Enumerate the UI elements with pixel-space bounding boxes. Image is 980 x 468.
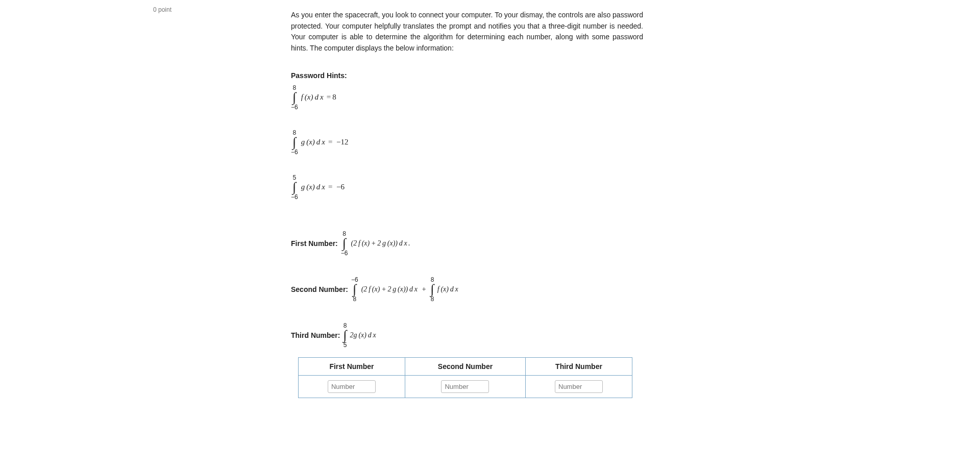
integral-icon: 8 ∫ −6 [341, 231, 348, 256]
story-paragraph: As you enter the spacecraft, you look to… [291, 10, 643, 54]
third-number-label: Third Number: [291, 331, 340, 339]
integral-icon: −6 ∫ 8 [351, 277, 358, 302]
col-header-first: First Number [299, 357, 405, 375]
integral-icon: 8 ∫ 5 [343, 323, 347, 348]
second-number-integrand-1: (2 f (x) + 2 g (x)) d x [361, 285, 418, 293]
hint-1-integrand: f (x) d x [301, 93, 324, 102]
hint-3: 5 ∫ −6 g (x) d x = −6 [291, 175, 643, 200]
answer-table: First Number Second Number Third Number [298, 357, 632, 398]
hint-1-equals: = 8 [327, 93, 336, 102]
second-number-label: Second Number: [291, 285, 348, 293]
hint-2: 8 ∫ −6 g (x) d x = −12 [291, 130, 643, 155]
page: 0 point As you enter the spacecraft, you… [0, 0, 980, 468]
second-number-input[interactable] [441, 380, 489, 393]
points-badge: 0 point [153, 6, 172, 13]
col-header-third: Third Number [526, 357, 632, 375]
first-number-tail: . [408, 239, 410, 248]
hint-2-equals: = −12 [328, 138, 348, 146]
question-content: As you enter the spacecraft, you look to… [291, 3, 643, 398]
hint-3-integrand: g (x) d x [301, 183, 325, 191]
scroll-viewport[interactable]: 0 point As you enter the spacecraft, you… [0, 0, 980, 468]
second-number-prompt: Second Number: −6 ∫ 8 (2 f (x) + 2 g (x)… [291, 277, 643, 302]
integral-icon: 5 ∫ −6 [291, 175, 298, 200]
first-number-integrand: (2 f (x) + 2 g (x)) d x [351, 239, 407, 248]
hints-title: Password Hints: [291, 71, 643, 80]
first-number-input[interactable] [328, 380, 376, 393]
plus-operator: + [421, 285, 428, 293]
integral-icon: 8 ∫ −6 [291, 130, 298, 155]
integral-icon: 8 ∫ 8 [431, 277, 434, 302]
second-number-integrand-2: f (x) d x [437, 285, 458, 293]
third-number-integrand: 2g (x) d x [350, 331, 376, 339]
col-header-second: Second Number [405, 357, 525, 375]
hint-2-integrand: g (x) d x [301, 138, 325, 146]
hint-1: 8 ∫ −6 f (x) d x = 8 [291, 85, 643, 110]
hint-3-equals: = −6 [328, 183, 345, 191]
third-number-prompt: Third Number: 8 ∫ 5 2g (x) d x [291, 323, 643, 348]
first-number-label: First Number: [291, 239, 338, 248]
integral-icon: 8 ∫ −6 [291, 85, 298, 110]
first-number-prompt: First Number: 8 ∫ −6 (2 f (x) + 2 g (x))… [291, 231, 643, 256]
third-number-input[interactable] [555, 380, 603, 393]
